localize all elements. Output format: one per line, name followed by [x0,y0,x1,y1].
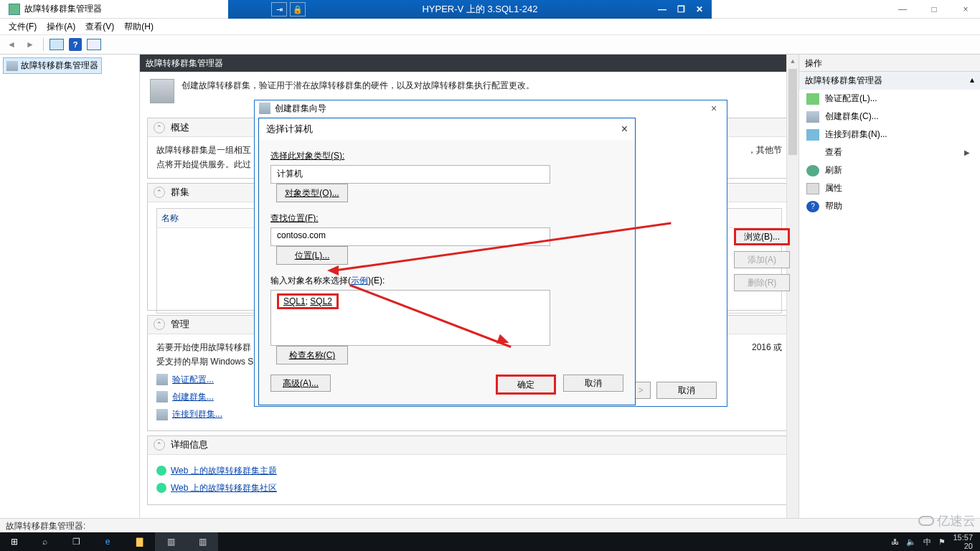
link-web-topic-label: Web 上的故障转移群集主题 [171,463,277,478]
picker-cancel-button[interactable]: 取消 [563,375,623,392]
location-field: contoso.com [270,227,550,246]
taskbar-clustermgr-button[interactable]: ▥ [187,532,218,551]
taskbar: ⊞ ⌕ ❐ e ▇ ▥ ▥ 🖧 🔈 中 ⚑ 15:57 20 [0,532,980,551]
toolbar-help-button[interactable]: ? [67,37,84,52]
action-properties[interactable]: 属性 [799,179,980,197]
action-validate-label: 验证配置(L)... [825,93,877,105]
wizard-title-text: 创建群集向导 [275,103,326,115]
system-tray[interactable]: 🖧 🔈 中 ⚑ 15:57 20 [891,533,980,550]
overview-line1: 故障转移群集是一组相互 [156,143,251,157]
picker-close-button[interactable]: × [621,123,628,136]
actions-section-header: 故障转移群集管理器▴ [799,72,980,90]
outer-maximize-button[interactable]: □ [924,4,944,14]
ok-button[interactable]: 确定 [496,375,556,395]
object-type-button[interactable]: 对象类型(O)... [276,184,348,202]
select-computer-dialog: 选择计算机 × 选择此对象类型(S): 计算机 对象类型(O)... 查找位置(… [258,118,636,405]
web-icon [156,466,166,476]
menu-help[interactable]: 帮助(H) [120,19,158,34]
check-names-button[interactable]: 检查名称(C) [276,346,348,364]
app-title-text: 故障转移群集管理器 [24,3,102,15]
toolbar-pane-button[interactable] [85,37,103,52]
add-button-label: 添加(A) [748,255,776,265]
link-connect-cluster[interactable]: 连接到群集... [156,407,782,421]
create-icon [156,391,168,402]
tray-ime-indicator[interactable]: 中 [923,537,931,547]
hv-title: HYPER-V 上的 3.SQL1-242 [306,3,654,16]
browse-button-label: 浏览(B)... [744,232,780,242]
browse-button[interactable]: 浏览(B)... [734,228,790,245]
connect-icon [156,409,168,420]
hv-maximize-button[interactable]: ❐ [673,3,689,16]
nav-forward-button[interactable]: ► [22,37,39,52]
create-icon [806,111,819,123]
submenu-arrow-icon: ▶ [964,149,970,156]
location-button[interactable]: 位置(L)... [276,246,348,265]
toolbar: ◄ ► ? [0,34,980,55]
hv-pin-icon[interactable]: ⇥ [271,2,287,17]
cluster-large-icon [150,79,174,103]
link-web-community[interactable]: Web 上的故障转移群集社区 [156,481,782,495]
taskbar-search-button[interactable]: ⌕ [29,532,60,551]
action-help[interactable]: ?帮助 [799,197,980,215]
annotation-arrowhead-1 [327,265,339,276]
wizard-cancel-button[interactable]: 取消 [656,382,717,399]
details-title: 详细信息 [171,438,208,451]
wizard-close-button[interactable]: × [705,103,722,114]
tray-flag-icon[interactable]: ⚑ [938,537,946,547]
tree-root-item[interactable]: 故障转移群集管理器 [3,57,102,74]
action-create[interactable]: 创建群集(C)... [799,108,980,126]
location-label: 查找位置(F): [270,212,623,225]
menu-file[interactable]: 文件(F) [4,19,41,34]
help-icon: ? [806,201,819,212]
example-link[interactable]: 示例 [351,276,368,286]
start-button[interactable]: ⊞ [0,532,29,551]
details-header[interactable]: ⌃ 详细信息 [148,436,791,455]
taskbar-ie-button[interactable]: e [92,532,123,551]
menu-view[interactable]: 查看(V) [81,19,118,34]
taskbar-taskview-button[interactable]: ❐ [60,532,92,551]
hv-close-button[interactable]: ✕ [692,3,707,16]
tray-sound-icon[interactable]: 🔈 [906,537,916,547]
action-connect[interactable]: 连接到群集(N)... [799,126,980,143]
scroll-thumb[interactable] [788,69,797,155]
action-properties-label: 属性 [825,182,842,194]
clusters-title: 群集 [171,186,189,199]
link-web-community-label: Web 上的故障转移群集社区 [171,481,277,495]
hv-lock-icon[interactable]: 🔒 [290,2,306,17]
watermark: 亿速云 [918,512,976,529]
tray-network-icon[interactable]: 🖧 [891,537,899,546]
wizard-titlebar[interactable]: 创建群集向导 × [255,100,727,116]
section-collapse-icon[interactable]: ▴ [970,75,974,85]
outer-minimize-button[interactable]: — [892,4,913,14]
action-view[interactable]: 查看▶ [799,143,980,161]
collapse-icon: ⌃ [154,319,165,330]
action-refresh[interactable]: 刷新 [799,161,980,179]
nav-back-button[interactable]: ◄ [3,37,20,52]
hv-minimize-button[interactable]: — [654,3,670,16]
cloud-icon [918,516,934,526]
taskbar-servermgr-button[interactable]: ▥ [155,532,187,551]
validate-icon [806,93,819,105]
advanced-button[interactable]: 高级(A)... [270,375,331,392]
scroll-up-icon[interactable]: ▲ [787,55,798,67]
action-view-label: 查看 [825,146,842,159]
link-web-topic[interactable]: Web 上的故障转移群集主题 [156,463,782,478]
picker-titlebar[interactable]: 选择计算机 × [259,118,635,140]
remove-button[interactable]: 删除(R) [734,274,790,291]
overview-title: 概述 [171,121,189,134]
menu-action[interactable]: 操作(A) [42,19,80,34]
action-validate[interactable]: 验证配置(L)... [799,90,980,108]
wizard-icon [259,103,270,114]
overview-tail: ，其他节 [748,143,782,172]
manage-line1: 若要开始使用故障转移群 [156,340,253,354]
validate-icon [156,374,168,385]
center-scrollbar[interactable]: ▲ ▼ [786,55,798,528]
collapse-icon: ⌃ [154,439,165,451]
outer-close-button[interactable]: × [956,4,976,14]
manage-tail: 2016 或 [752,340,782,369]
taskbar-explorer-button[interactable]: ▇ [123,532,155,551]
object-type-field: 计算机 [270,165,550,184]
add-button[interactable]: 添加(A) [734,251,790,268]
toolbar-showhide-tree-button[interactable] [48,37,65,52]
collapse-icon: ⌃ [154,187,165,198]
